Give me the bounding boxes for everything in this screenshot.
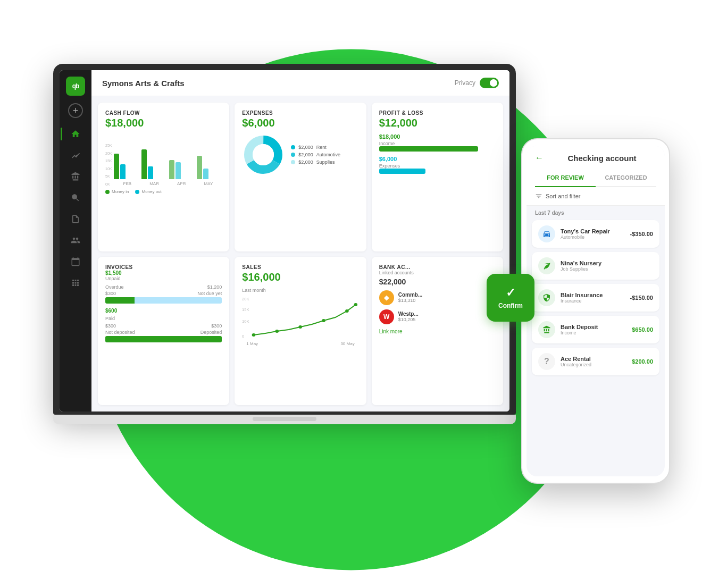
bank-item-commb: ◆ Commb... $13,310 bbox=[379, 290, 496, 305]
sales-title: SALES bbox=[242, 264, 358, 270]
not-deposited-label: Not deposited bbox=[105, 330, 135, 335]
app-logo: qb bbox=[66, 77, 85, 96]
deposited-amount: $300 bbox=[211, 323, 222, 329]
trans-name-deposit: Bank Deposit bbox=[561, 324, 626, 330]
svg-text:15K: 15K bbox=[242, 307, 249, 312]
section-label: Last 7 days bbox=[526, 206, 665, 218]
sales-x-start: 1 May bbox=[246, 341, 258, 346]
invoice-deposited-row: $300 $300 bbox=[105, 323, 222, 329]
trans-cat-blair: Insurance bbox=[561, 298, 625, 304]
transaction-blair[interactable]: Blair Insurance Insurance -$150.00 bbox=[532, 284, 659, 312]
invoice-deposited-label-row: Not deposited Deposited bbox=[105, 330, 222, 335]
scene: qb + bbox=[0, 0, 702, 588]
invoice-progress-bar bbox=[105, 297, 222, 304]
trans-cat-ace: Uncategorized bbox=[561, 362, 626, 367]
confirm-button[interactable]: ✓ Confirm bbox=[487, 274, 534, 322]
sidebar-item-invoices[interactable] bbox=[65, 209, 86, 229]
transaction-ninas[interactable]: Nina's Nursery Job Supplies bbox=[532, 252, 659, 280]
svg-point-13 bbox=[354, 303, 358, 306]
commb-name: Commb... bbox=[398, 292, 496, 298]
paid-amount: $600 bbox=[105, 308, 222, 314]
phone-back-row: ← Checking account bbox=[535, 153, 656, 163]
laptop-screen-inner: qb + bbox=[60, 70, 509, 411]
not-due-amount: $1,200 bbox=[207, 284, 222, 290]
sidebar-item-apps[interactable] bbox=[65, 273, 86, 292]
privacy-switch[interactable] bbox=[480, 78, 499, 88]
invoice-overdue-amount-row: $300 Not due yet bbox=[105, 291, 222, 296]
svg-point-8 bbox=[252, 333, 256, 337]
confirm-label: Confirm bbox=[498, 302, 523, 309]
legend-dot-in bbox=[105, 190, 110, 194]
svg-point-10 bbox=[299, 325, 303, 329]
bank-accounts-card: BANK AC... Linked accounts $22,000 ◆ Com… bbox=[372, 257, 503, 406]
invoice-paid-bar bbox=[105, 336, 222, 342]
deposited-bar bbox=[164, 336, 222, 342]
laptop-screen-outer: qb + bbox=[53, 64, 516, 415]
trans-amount-deposit: $650.00 bbox=[632, 326, 653, 333]
tab-categorized[interactable]: CATEGORIZED bbox=[596, 169, 656, 187]
cash-flow-card: CASH FLOW $18,000 25K 20K 15K 10K 5K 0K bbox=[98, 103, 229, 251]
sidebar-item-reports[interactable] bbox=[65, 146, 86, 165]
pnl-expenses-row: $6,000 Expenses bbox=[379, 156, 496, 174]
sales-chart: 20K 15K 10K 0 bbox=[242, 295, 358, 340]
not-due-bar bbox=[135, 297, 222, 304]
svg-point-9 bbox=[275, 330, 279, 333]
trans-name-ace: Ace Rental bbox=[561, 356, 626, 362]
trans-info-ace: Ace Rental Uncategorized bbox=[561, 356, 626, 367]
sidebar-item-home[interactable] bbox=[65, 124, 86, 144]
trans-info-ninas: Nina's Nursery Job Supplies bbox=[561, 260, 648, 272]
bar-feb-in bbox=[114, 154, 119, 179]
donut-container: $2,000 Rent $2,000 Automotive bbox=[242, 133, 358, 176]
mobile-phone: ← Checking account FOR REVIEW CATEGORIZE… bbox=[521, 138, 670, 500]
bar-apr-in bbox=[169, 160, 174, 179]
transaction-bank-deposit[interactable]: Bank Deposit Income $650.00 bbox=[532, 316, 659, 343]
link-more[interactable]: Link more bbox=[379, 329, 496, 334]
transaction-tonys[interactable]: Tony's Car Repair Automobile -$350.00 bbox=[532, 220, 659, 248]
transaction-ace[interactable]: ? Ace Rental Uncategorized $200.00 bbox=[532, 348, 659, 375]
bar-group-feb bbox=[114, 154, 139, 179]
privacy-toggle[interactable]: Privacy bbox=[455, 78, 499, 88]
back-icon[interactable]: ← bbox=[535, 153, 544, 163]
svg-point-3 bbox=[253, 144, 274, 165]
trans-info-blair: Blair Insurance Insurance bbox=[561, 292, 625, 304]
sidebar: qb + bbox=[60, 70, 91, 411]
filter-text: Sort and filter bbox=[546, 193, 580, 199]
commb-amount: $13,310 bbox=[398, 298, 496, 303]
bar-mar-out bbox=[148, 166, 153, 179]
invoice-overdue-row: Overdue $1,200 bbox=[105, 284, 222, 290]
svg-text:20K: 20K bbox=[242, 297, 249, 301]
bar-group-may bbox=[197, 156, 222, 179]
phone-filter-row[interactable]: Sort and filter bbox=[526, 187, 665, 206]
sidebar-item-contacts[interactable] bbox=[65, 231, 86, 250]
main-content: Symons Arts & Crafts Privacy CASH FLOW $… bbox=[91, 70, 509, 411]
trans-name-tonys: Tony's Car Repair bbox=[561, 228, 625, 234]
trans-cat-tonys: Automobile bbox=[561, 234, 625, 240]
expenses-pnl-label: Expenses bbox=[379, 163, 496, 169]
trans-name-ninas: Nina's Nursery bbox=[561, 260, 648, 266]
laptop: qb + bbox=[53, 64, 516, 447]
unpaid-amount: $1,500 bbox=[105, 270, 222, 276]
legend-dot-out bbox=[135, 190, 139, 194]
svg-text:0: 0 bbox=[242, 334, 244, 339]
sidebar-item-banking[interactable] bbox=[65, 167, 86, 186]
cash-flow-title: CASH FLOW bbox=[105, 110, 222, 116]
sidebar-item-calendar[interactable] bbox=[65, 252, 86, 271]
dashboard-grid: CASH FLOW $18,000 25K 20K 15K 10K 5K 0K bbox=[91, 96, 509, 411]
phone-header: ← Checking account FOR REVIEW CATEGORIZE… bbox=[526, 146, 665, 187]
profit-loss-card: PROFIT & LOSS $12,000 $18,000 Income $6,… bbox=[372, 103, 503, 251]
sidebar-item-search[interactable] bbox=[65, 188, 86, 207]
bar-group-mar bbox=[141, 149, 167, 179]
laptop-base bbox=[53, 415, 516, 424]
income-bar bbox=[379, 146, 478, 152]
pnl-income-row: $18,000 Income bbox=[379, 133, 496, 152]
phone-screen: ← Checking account FOR REVIEW CATEGORIZE… bbox=[526, 146, 665, 476]
westp-name: Westp... bbox=[398, 311, 496, 317]
trans-cat-ninas: Job Supplies bbox=[561, 266, 648, 272]
commb-icon: ◆ bbox=[379, 290, 394, 305]
bar-chart bbox=[114, 137, 222, 179]
sales-x-end: 30 May bbox=[340, 341, 354, 346]
add-button[interactable]: + bbox=[68, 103, 83, 118]
tab-for-review[interactable]: FOR REVIEW bbox=[535, 169, 596, 187]
trans-amount-tonys: -$350.00 bbox=[630, 231, 653, 237]
legend-money-out: Money out bbox=[135, 189, 161, 194]
